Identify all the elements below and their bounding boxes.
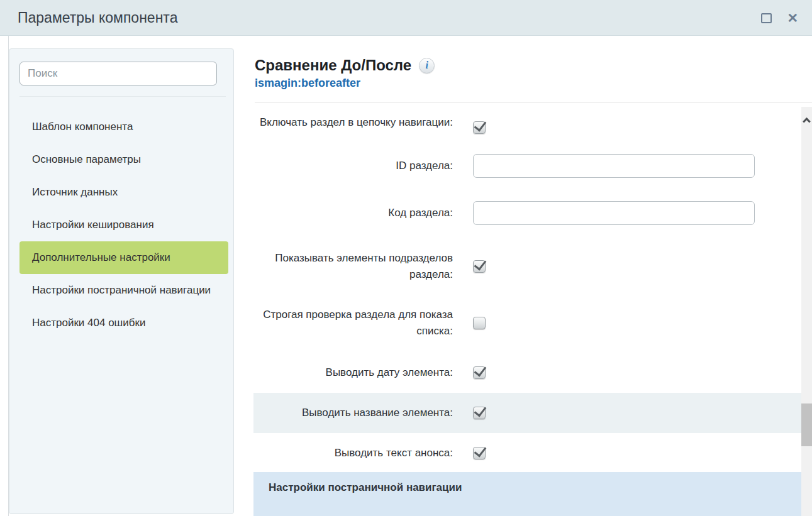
field-label: Выводить дату элемента: [253,365,453,381]
window-controls: ✕ [761,0,798,36]
sidebar-item-component-template[interactable]: Шаблон компонента [19,111,228,143]
section-id-input[interactable] [473,154,755,178]
section-code-input[interactable] [473,201,755,225]
form-row-include-in-nav-chain: Включать раздел в цепочку навигации: [253,114,801,134]
sidebar-item-404-settings[interactable]: Настройки 404 ошибки [19,307,228,339]
dialog-title: Параметры компонента [18,9,177,26]
scrollbar-thumb[interactable] [801,403,812,446]
dialog-titlebar: Параметры компонента ✕ [0,0,812,36]
form-row-section-code: Код раздела: [253,201,801,225]
form-row-show-element-date: Выводить дату элемента: [253,365,801,381]
section-title: Настройки постраничной навигации [269,481,801,494]
form-row-show-subsection-elements: Показывать элементы подразделов раздела: [253,250,801,283]
field-label: Включать раздел в цепочку навигации: [253,114,453,131]
component-header: Сравнение До/После i ismagin:beforeafter [255,57,799,90]
vertical-scrollbar[interactable] [801,107,812,516]
field-label: Код раздела: [253,205,453,221]
strict-section-check-checkbox[interactable] [473,317,486,329]
field-label: Выводить текст анонса: [253,445,453,461]
form-row-section-id: ID раздела: [253,154,801,178]
form-scroll-area: Включать раздел в цепочку навигации: ID … [253,103,801,516]
sidebar-divider [19,96,226,97]
form-row-strict-section-check: Строгая проверка раздела для показа спис… [253,307,801,339]
sidebar-menu: Шаблон компонента Основные параметры Ист… [9,111,233,339]
include-in-nav-chain-checkbox[interactable] [473,121,486,134]
sidebar-item-data-source[interactable]: Источник данных [19,176,228,209]
search-input[interactable] [19,62,217,85]
form-row-show-element-name: Выводить название элемента: [253,393,801,433]
info-icon[interactable]: i [419,58,435,74]
form-row-show-preview-text: Выводить текст анонса: [253,445,801,461]
scrollbar-up-arrow-icon[interactable] [801,113,812,126]
field-label: Выводить название элемента: [253,405,453,421]
field-label: ID раздела: [253,158,453,174]
component-title: Сравнение До/После [255,57,411,74]
show-preview-text-checkbox[interactable] [473,447,486,459]
close-icon[interactable]: ✕ [787,11,798,25]
sidebar-item-pagination-settings[interactable]: Настройки постраничной навигации [19,274,228,307]
field-label: Показывать элементы подразделов раздела: [253,250,453,283]
component-parameters-dialog: Параметры компонента ✕ Шаблон компонента… [0,0,812,516]
sidebar-item-cache-settings[interactable]: Настройки кеширования [19,209,228,241]
component-code: ismagin:beforeafter [255,77,799,90]
show-element-name-checkbox[interactable] [473,407,486,419]
pagination-section-header: Настройки постраничной навигации [253,472,801,516]
sidebar-item-main-parameters[interactable]: Основные параметры [19,143,228,176]
maximize-icon[interactable] [761,13,772,23]
sidebar-item-additional-settings[interactable]: Дополнительные настройки [19,241,228,274]
field-label: Строгая проверка раздела для показа спис… [253,307,453,339]
settings-sidebar: Шаблон компонента Основные параметры Ист… [9,48,234,514]
show-subsection-elements-checkbox[interactable] [473,260,486,273]
show-element-date-checkbox[interactable] [473,366,486,379]
